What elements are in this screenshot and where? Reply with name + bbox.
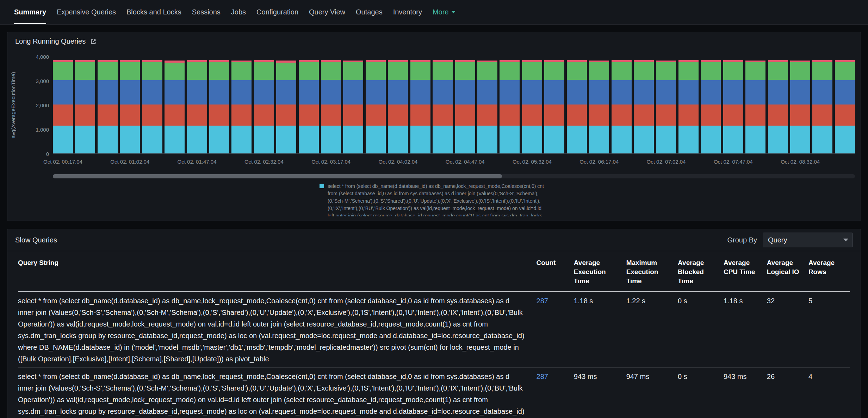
count-cell: 287 [537, 292, 574, 368]
nav-tab-jobs[interactable]: Jobs [231, 0, 246, 24]
chart-scrollbar-thumb[interactable] [53, 174, 502, 178]
chart-bar[interactable] [321, 57, 341, 153]
chart-bar[interactable] [745, 57, 765, 153]
bar-segment-query-4 [812, 62, 832, 80]
chart-bar[interactable] [187, 57, 207, 153]
y-tick-label: 2,000 [36, 102, 49, 108]
bar-segment-query-4 [656, 62, 676, 80]
chart-bar[interactable] [656, 57, 676, 153]
column-header: Average Execution Time [574, 251, 626, 292]
chart-bar[interactable] [366, 57, 386, 153]
bar-segment-query-3 [98, 80, 118, 104]
count-link[interactable]: 287 [537, 297, 548, 305]
chart-bar[interactable] [701, 57, 721, 153]
query-string-cell: select * from (select db_name(d.database… [18, 368, 537, 418]
y-tick-label: 3,000 [36, 78, 49, 84]
chart-bar[interactable] [299, 57, 319, 153]
chart-bar[interactable] [477, 57, 497, 153]
bar-segment-query-2 [835, 104, 855, 126]
bar-segment-query-4 [790, 62, 810, 80]
bar-segment-query-1 [455, 126, 475, 153]
bar-segment-query-4 [522, 62, 542, 80]
nav-tab-blocks-and-locks[interactable]: Blocks and Locks [126, 0, 181, 24]
chart-bar[interactable] [209, 57, 229, 153]
table-header-row: Query StringCountAverage Execution TimeM… [18, 251, 850, 292]
nav-more[interactable]: More [433, 0, 455, 24]
bar-segment-query-3 [321, 80, 341, 104]
bar-segment-query-3 [75, 80, 95, 104]
bar-segment-query-1 [254, 126, 274, 153]
legend-swatch [320, 184, 324, 188]
chart-bar[interactable] [254, 57, 274, 153]
bar-segment-query-3 [656, 80, 676, 104]
chart-bar[interactable] [634, 57, 654, 153]
chart-bar[interactable] [723, 57, 743, 153]
bar-segment-query-2 [678, 104, 699, 126]
bar-segment-query-4 [701, 62, 721, 80]
bar-segment-query-2 [120, 104, 140, 126]
chart-bar[interactable] [231, 57, 252, 153]
chart-bar[interactable] [500, 57, 520, 153]
chart-scrollbar[interactable] [53, 174, 855, 178]
chart-bar[interactable] [433, 57, 453, 153]
bar-segment-query-3 [835, 80, 855, 104]
group-by-dropdown[interactable]: Query [763, 233, 853, 247]
bar-segment-query-3 [522, 80, 542, 105]
bar-segment-query-2 [53, 104, 73, 126]
nav-tab-query-view[interactable]: Query View [309, 0, 345, 24]
bar-segment-query-3 [634, 80, 654, 104]
chart-bar[interactable] [612, 57, 632, 153]
bar-segment-query-4 [678, 62, 699, 80]
bar-segment-query-2 [299, 104, 319, 126]
chart-bar[interactable] [544, 57, 564, 153]
chart-bar[interactable] [790, 57, 810, 153]
bar-segment-query-3 [343, 80, 363, 104]
table-row: select * from (select db_name(d.database… [18, 368, 850, 418]
bar-segment-query-1 [500, 126, 520, 153]
chart-bar[interactable] [120, 57, 140, 153]
nav-tab-summary[interactable]: Summary [14, 0, 46, 24]
column-header: Query String [18, 251, 537, 292]
chart-bar[interactable] [835, 57, 855, 153]
nav-tab-outages[interactable]: Outages [356, 0, 383, 24]
chart-bar[interactable] [388, 57, 408, 153]
bar-segment-query-4 [723, 62, 743, 80]
chart-bar[interactable] [768, 57, 788, 153]
chart-bar[interactable] [812, 57, 832, 153]
chart-bar[interactable] [522, 57, 542, 153]
chart-bar[interactable] [410, 57, 430, 153]
chart-bar[interactable] [98, 57, 118, 153]
slow-queries-panel: Slow Queries Group By Query Query String… [7, 229, 861, 418]
bar-segment-query-2 [165, 104, 185, 126]
bar-segment-query-4 [343, 62, 363, 80]
chart-bar[interactable] [142, 57, 162, 153]
bar-segment-query-3 [745, 80, 765, 104]
bar-segment-query-3 [254, 80, 274, 104]
chart-bar[interactable] [678, 57, 699, 153]
bar-segment-query-4 [410, 62, 430, 80]
external-link-icon[interactable] [90, 38, 97, 45]
count-link[interactable]: 287 [537, 373, 548, 380]
chart-bar[interactable] [567, 57, 587, 153]
bar-segment-query-3 [388, 80, 408, 104]
bar-segment-query-2 [723, 104, 743, 126]
bar-segment-query-1 [477, 126, 497, 153]
chart-bar[interactable] [276, 57, 296, 153]
bar-segment-query-2 [567, 104, 587, 126]
chart-bar[interactable] [455, 57, 475, 153]
bar-segment-query-1 [231, 126, 252, 153]
legend-label[interactable]: select * from (select db_name(d.database… [328, 183, 548, 216]
chart-bar[interactable] [53, 57, 73, 153]
chart-bar[interactable] [165, 57, 185, 153]
chevron-down-icon [451, 11, 455, 13]
nav-tab-expensive-queries[interactable]: Expensive Queries [57, 0, 116, 24]
chart-bar[interactable] [75, 57, 95, 153]
table-row: select * from (select db_name(d.database… [18, 292, 850, 368]
long-running-queries-panel: Long Running Queries avg(AverageExecutio… [7, 32, 861, 221]
nav-tab-configuration[interactable]: Configuration [256, 0, 298, 24]
chart-legend: select * from (select db_name(d.database… [320, 183, 548, 216]
chart-bar[interactable] [589, 57, 609, 153]
chart-bar[interactable] [343, 57, 363, 153]
nav-tab-sessions[interactable]: Sessions [192, 0, 221, 24]
nav-tab-inventory[interactable]: Inventory [393, 0, 422, 24]
